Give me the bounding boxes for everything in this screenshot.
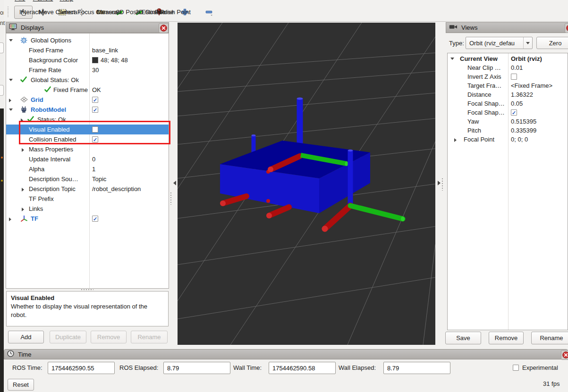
time-close-button[interactable] [561,350,568,360]
property-label: Focal Point [464,135,494,144]
property-label: Visual Enabled [29,125,70,134]
expander-open-icon[interactable] [450,58,454,60]
clock-icon [7,350,14,359]
color-swatch[interactable] [92,57,98,63]
property-value: Orbit (rviz) [511,54,542,63]
tree-row-description-sou[interactable]: Description Sou…Topic [6,174,169,184]
collapse-right-arrow-icon[interactable] [438,181,441,185]
checkbox[interactable]: ✓ [92,97,98,103]
views-remove-button[interactable]: Remove [489,332,524,344]
displays-add-button[interactable]: Add [8,331,44,343]
property-label: Description Topic [29,184,76,194]
tree-row-focal-point[interactable]: Focal Point0; 0; 0 [448,135,568,144]
tree-row-frame-rate[interactable]: Frame Rate30 [6,65,169,75]
tree-row-yaw[interactable]: Yaw0.515395 [448,117,568,126]
tree-row-global-status-ok[interactable]: Global Status: Ok [6,75,169,85]
checkbox[interactable] [511,74,517,80]
views-save-button[interactable]: Save [445,332,481,344]
tree-row-background-color[interactable]: Background Color48; 48; 48 [6,55,169,65]
toolbar: InteractMove CameraSelectFocus CameraMea… [4,3,568,22]
tree-row-visual-enabled[interactable]: Visual Enabled [6,125,169,134]
time-field-input-ros-time[interactable] [48,362,115,374]
displays-panel-header[interactable]: Displays [6,22,169,33]
views-rename-button[interactable]: Rename [531,332,568,344]
help-text: Whether to display the visual representa… [11,303,147,318]
checkbox[interactable]: ✓ [92,107,98,113]
views-close-button[interactable] [565,23,568,33]
property-value: OK [92,85,101,95]
checkbox[interactable]: ✓ [92,136,98,142]
expander-closed-icon[interactable] [22,148,24,152]
displays-duplicate-button[interactable]: Duplicate [50,331,86,343]
tree-row-target-fra[interactable]: Target Fra…<Fixed Frame> [448,81,568,90]
expander-open-icon[interactable] [9,79,13,81]
property-value: 30 [92,65,99,75]
displays-panel-title: Displays [21,24,44,31]
time-field-input-wall-elapsed[interactable] [383,362,450,374]
remove-tool-button[interactable] [200,5,218,19]
expander-closed-icon[interactable] [22,208,24,211]
tree-row-invert-z-axis[interactable]: Invert Z Axis [448,72,568,81]
tree-row-grid[interactable]: Grid✓ [6,95,169,105]
tree-row-current-view[interactable]: Current ViewOrbit (rviz) [448,54,568,63]
expander-closed-icon[interactable] [9,217,11,221]
tree-row-description-topic[interactable]: Description Topic/robot_description [6,184,169,194]
experimental-checkbox[interactable] [513,365,519,371]
displays-remove-button[interactable]: Remove [91,331,127,343]
tool-interact[interactable]: Interact [14,6,33,19]
checkbox[interactable]: ✓ [92,216,98,222]
property-label: Links [29,204,43,214]
property-label: Global Options [31,35,71,45]
minus-icon [205,8,213,16]
tree-row-global-options[interactable]: Global Options [6,35,169,45]
panel-resize-handle[interactable] [81,289,93,290]
tree-row-fixed-frame[interactable]: Fixed Framebase_link [6,45,169,55]
time-field-input-ros-elapsed[interactable] [163,362,230,374]
tree-row-pitch[interactable]: Pitch0.335399 [448,126,568,135]
tree-row-tf-prefix[interactable]: TF Prefix [6,194,169,204]
time-panel-header[interactable]: Time [4,349,568,359]
expander-closed-icon[interactable] [9,99,11,102]
expander-closed-icon[interactable] [21,118,23,122]
displays-rename-button[interactable]: Rename [131,331,168,343]
robot-icon [20,106,27,113]
tree-row-focal-shap[interactable]: Focal Shap…✓ [448,108,568,117]
menu-item-panels[interactable]: Panels [33,0,53,2]
reset-button[interactable]: Reset [8,379,34,391]
menu-item-file[interactable]: File [15,0,25,2]
property-value: 48; 48; 48 [101,55,128,65]
displays-close-button[interactable] [159,23,169,33]
toolbar-drag-handle[interactable] [8,7,10,18]
expander-open-icon[interactable] [9,108,13,111]
tree-row-distance[interactable]: Distance1.36322 [448,90,568,99]
views-panel-header[interactable]: Views [446,22,568,33]
tree-row-tf[interactable]: TF✓ [6,214,169,224]
property-help-box: Visual Enabled Whether to display the vi… [6,291,169,326]
tree-row-links[interactable]: Links [6,204,169,214]
panel-splitter-left[interactable] [169,22,178,349]
splitter-grip [442,178,443,191]
tree-row-update-interval[interactable]: Update Interval0 [6,154,169,164]
collapse-left-arrow-icon[interactable] [173,181,176,185]
checkbox[interactable]: ✓ [511,109,517,116]
menu-item-help[interactable]: Help [59,0,73,2]
view-type-dropdown[interactable]: Orbit (rviz_defau [466,37,533,49]
tree-row-status-ok[interactable]: Status: Ok [6,115,169,125]
property-label: Update Interval [29,154,70,164]
3d-viewport[interactable] [178,23,435,345]
expander-closed-icon[interactable] [454,138,457,142]
tree-row-robotmodel[interactable]: RobotModel✓ [6,105,169,115]
expander-open-icon[interactable] [9,39,13,42]
expander-closed-icon[interactable] [22,188,24,192]
views-panel-title: Views [461,24,477,31]
tree-row-near-clip[interactable]: Near Clip …0.01 [448,63,568,72]
tree-row-focal-shap[interactable]: Focal Shap…0.05 [448,99,568,108]
time-field-input-wall-time[interactable] [269,362,336,374]
checkbox[interactable] [92,126,98,133]
zero-button[interactable]: Zero [536,37,568,49]
tree-row-alpha[interactable]: Alpha1 [6,164,169,174]
tree-row-mass-properties[interactable]: Mass Properties [6,144,169,154]
tree-row-fixed-frame[interactable]: Fixed FrameOK [6,85,169,95]
tree-row-collision-enabled[interactable]: Collision Enabled✓ [6,134,169,144]
panel-splitter-right[interactable] [435,22,446,349]
